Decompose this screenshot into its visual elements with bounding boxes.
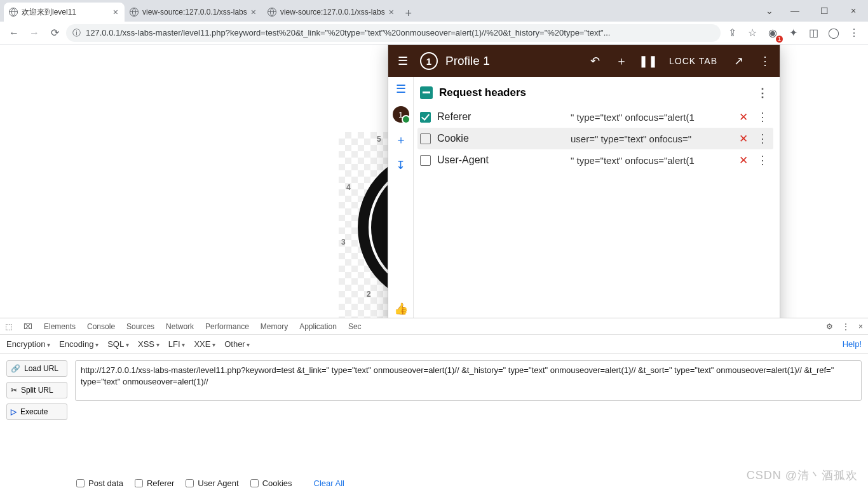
undo-icon[interactable]: ↶ <box>585 51 604 71</box>
window-controls: ⌄ — ☐ × <box>759 0 868 22</box>
execute-button[interactable]: ▷Execute <box>6 403 67 420</box>
sidepanel-icon[interactable]: ◫ <box>804 24 822 42</box>
kebab-menu-icon[interactable]: ⋮ <box>754 86 771 100</box>
url-text: 127.0.0.1/xss-labs-master/level11.php?ke… <box>86 28 610 37</box>
dt-tab-security[interactable]: Sec <box>348 322 362 331</box>
profile-name[interactable]: Profile 1 <box>445 54 578 68</box>
dd-lfi[interactable]: LFI <box>168 339 186 349</box>
dt-tab-console[interactable]: Console <box>87 322 115 331</box>
dt-tab-performance[interactable]: Performance <box>205 322 249 331</box>
kebab-menu-icon[interactable]: ⋮ <box>845 24 863 42</box>
enable-checkbox[interactable] <box>420 133 431 144</box>
dd-sql[interactable]: SQL <box>107 339 129 349</box>
share-icon[interactable]: ⇪ <box>723 24 741 42</box>
tab-title: view-source:127.0.0.1/xss-labs <box>142 8 247 17</box>
dt-tab-sources[interactable]: Sources <box>126 322 154 331</box>
tick-5: 5 <box>377 135 381 144</box>
checkbox[interactable] <box>186 479 194 487</box>
tab-1[interactable]: view-source:127.0.0.1/xss-labs × <box>125 3 262 22</box>
enable-checkbox[interactable] <box>420 155 431 166</box>
kebab-menu-icon[interactable]: ⋮ <box>754 110 771 124</box>
header-name[interactable]: Cookie <box>437 133 564 144</box>
dd-xxe[interactable]: XXE <box>194 339 215 349</box>
header-row-cookie[interactable]: Cookie user=" type="text" onfocus=" ✕ ⋮ <box>417 128 773 149</box>
popup-main: Request headers ⋮ Referer " type="text" … <box>414 77 780 318</box>
header-row-referer[interactable]: Referer " type="text" onfocus="alert(1 ✕… <box>417 106 773 128</box>
chevron-down-icon[interactable]: ⌄ <box>759 0 780 22</box>
header-row-useragent[interactable]: User-Agent " type="text" onfocus="alert(… <box>417 149 773 171</box>
checkbox[interactable] <box>76 479 85 487</box>
forward-button[interactable]: → <box>25 24 43 42</box>
header-name[interactable]: Referer <box>437 111 564 123</box>
dd-other[interactable]: Other <box>224 339 250 349</box>
close-icon[interactable]: × <box>858 322 863 331</box>
url-textarea[interactable] <box>75 360 862 401</box>
modheader-popup: ☰ 1 Profile 1 ↶ ＋ ❚❚ LOCK TAB ↗ ⋮ ☰ 1 ＋ … <box>388 44 780 318</box>
delete-icon[interactable]: ✕ <box>739 111 748 124</box>
star-icon[interactable]: ☆ <box>743 24 761 42</box>
sort-icon[interactable]: ↧ <box>393 157 409 173</box>
opt-useragent[interactable]: User Agent <box>186 478 238 488</box>
close-icon[interactable]: × <box>389 7 394 17</box>
extension-modheader-icon[interactable]: ◉1 <box>764 24 782 42</box>
tick-3: 3 <box>341 238 346 247</box>
load-url-button[interactable]: 🔗Load URL <box>6 360 67 377</box>
close-window-button[interactable]: × <box>839 0 868 22</box>
add-profile-icon[interactable]: ＋ <box>393 132 409 148</box>
hamburger-icon[interactable]: ☰ <box>393 51 412 71</box>
delete-icon[interactable]: ✕ <box>739 154 748 167</box>
popup-header: ☰ 1 Profile 1 ↶ ＋ ❚❚ LOCK TAB ↗ ⋮ <box>388 45 780 77</box>
inspect-icon[interactable]: ⬚ <box>5 322 12 331</box>
back-button[interactable]: ← <box>5 24 23 42</box>
dt-tab-memory[interactable]: Memory <box>261 322 288 331</box>
extensions-icon[interactable]: ✦ <box>784 24 802 42</box>
header-name[interactable]: User-Agent <box>437 154 564 166</box>
delete-icon[interactable]: ✕ <box>739 132 748 146</box>
kebab-menu-icon[interactable]: ⋮ <box>842 322 850 331</box>
dd-encoding[interactable]: Encoding <box>59 339 98 349</box>
tab-0[interactable]: 欢迎来到level11 × <box>4 3 125 22</box>
address-bar[interactable]: ⓘ 127.0.0.1/xss-labs-master/level11.php?… <box>66 24 721 42</box>
dt-tab-application[interactable]: Application <box>299 322 337 331</box>
kebab-menu-icon[interactable]: ⋮ <box>754 132 771 146</box>
dt-tab-network[interactable]: Network <box>166 322 194 331</box>
profile-avatar-icon[interactable]: ◯ <box>825 24 843 42</box>
header-value[interactable]: " type="text" onfocus="alert(1 <box>571 112 733 123</box>
minimize-button[interactable]: — <box>780 0 810 22</box>
tab-title: view-source:127.0.0.1/xss-labs <box>280 8 385 17</box>
enable-checkbox[interactable] <box>420 112 431 123</box>
close-icon[interactable]: × <box>113 7 118 17</box>
header-value[interactable]: " type="text" onfocus="alert(1 <box>571 155 733 166</box>
header-value[interactable]: user=" type="text" onfocus=" <box>571 133 733 144</box>
split-url-button[interactable]: ✂Split URL <box>6 382 67 398</box>
kebab-menu-icon[interactable]: ⋮ <box>754 153 771 167</box>
pause-icon[interactable]: ❚❚ <box>639 51 658 71</box>
kebab-menu-icon[interactable]: ⋮ <box>756 51 775 71</box>
gear-icon[interactable]: ⚙ <box>826 322 833 331</box>
help-link[interactable]: Help! <box>843 339 862 349</box>
opt-postdata[interactable]: Post data <box>76 478 123 488</box>
new-tab-button[interactable]: + <box>400 5 417 22</box>
device-icon[interactable]: ⌧ <box>24 322 32 331</box>
opt-referer[interactable]: Referer <box>135 478 174 488</box>
checkbox[interactable] <box>135 479 143 487</box>
plus-icon[interactable]: ＋ <box>612 51 631 71</box>
tab-2[interactable]: view-source:127.0.0.1/xss-labs × <box>262 3 400 22</box>
badge-count: 1 <box>776 36 783 43</box>
tab-title: 欢迎来到level11 <box>22 7 109 18</box>
dd-encryption[interactable]: Encryption <box>6 339 50 349</box>
thumbs-up-icon[interactable]: 👍 <box>393 301 409 317</box>
close-icon[interactable]: × <box>251 7 256 17</box>
dt-tab-elements[interactable]: Elements <box>44 322 76 331</box>
globe-icon <box>9 8 18 17</box>
dd-xss[interactable]: XSS <box>138 339 159 349</box>
hamburger-icon[interactable]: ☰ <box>393 81 409 97</box>
maximize-button[interactable]: ☐ <box>810 0 839 22</box>
opt-cookies[interactable]: Cookies <box>250 478 292 488</box>
lock-tab-button[interactable]: LOCK TAB <box>665 56 721 66</box>
share-icon[interactable]: ↗ <box>729 51 748 71</box>
reload-button[interactable]: ⟳ <box>46 24 64 42</box>
checkbox[interactable] <box>250 479 259 487</box>
profile-badge[interactable]: 1 <box>393 106 409 123</box>
clear-all-link[interactable]: Clear All <box>314 478 344 488</box>
